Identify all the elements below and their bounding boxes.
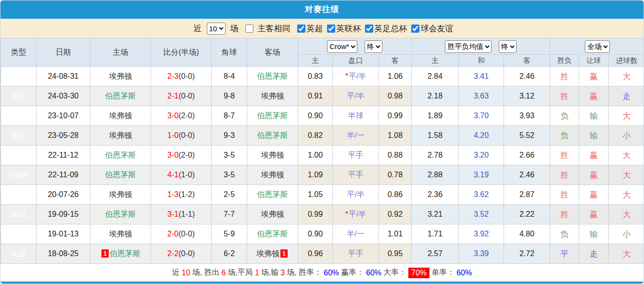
corners: 3-5 — [212, 165, 247, 185]
result-goals: 大 — [609, 205, 644, 224]
sub-header-avg-home: 主 — [412, 55, 459, 67]
home-team: 埃弗顿 — [90, 106, 151, 126]
halftime-score: (0-0) — [178, 92, 195, 100]
away-team-name: 埃弗顿 — [261, 151, 284, 159]
table-row: 英联杯 22-11-09 伯恩茅斯 4-1(1-0) 3-5 埃弗顿 1.09 … — [1, 165, 644, 185]
avg-away: 2.66 — [504, 146, 550, 165]
result-handicap: 走 — [579, 244, 609, 264]
avg-home: 1.71 — [412, 224, 459, 244]
avg-draw: 3.92 — [459, 224, 504, 244]
home-team-name: 埃弗顿 — [109, 72, 132, 80]
league-badge: 英超 — [1, 67, 37, 86]
same-venue-label: 主客相同 — [258, 23, 290, 34]
league-checkbox-efl-cup[interactable] — [327, 25, 335, 33]
score: 3-1(1-1) — [151, 205, 212, 224]
home-team-name: 埃弗顿 — [109, 111, 132, 120]
page-title: 对赛往绩 — [0, 0, 644, 19]
league-checkbox-fa-cup[interactable] — [365, 25, 373, 33]
result-goals: 走 — [609, 86, 644, 106]
away-team-name: 伯恩茅斯 — [257, 190, 288, 198]
odds-home: 0.90 — [298, 106, 333, 126]
handicap-line: 平/半 — [333, 185, 379, 205]
result-goals: 大 — [609, 185, 644, 205]
match-date: 20-07-26 — [37, 185, 90, 205]
avg-away: 4.80 — [504, 224, 550, 244]
sub-header-avg-draw: 和 — [459, 55, 504, 67]
col-header-away: 客场 — [247, 38, 298, 67]
away-team-name: 伯恩茅斯 — [257, 230, 288, 238]
halftime-score: (0-0) — [178, 230, 195, 238]
league-checkbox-premier[interactable] — [297, 25, 305, 33]
handicap-line: 平手 — [333, 165, 379, 185]
odds-away: 0.98 — [379, 86, 412, 106]
summary-text: 场,平局 — [227, 268, 253, 278]
odds-home: 0.91 — [298, 86, 333, 106]
handicap-line: 半球 — [333, 106, 379, 126]
summary-big-rate: 70% — [408, 268, 429, 278]
avg-home: 1.58 — [412, 126, 459, 146]
summary-text: 场,输 — [261, 268, 278, 278]
result-goals: 大 — [609, 165, 644, 185]
home-team: 伯恩茅斯 — [90, 165, 151, 185]
bottom-accent-bar — [0, 282, 644, 284]
halftime-score: (0-0) — [178, 72, 195, 80]
avg-home: 2.36 — [412, 185, 459, 205]
result-handicap: 输 — [579, 126, 609, 146]
avg-away: 2.46 — [504, 67, 550, 86]
summary-losses-count: 3 — [280, 269, 285, 277]
recent-label: 近 — [194, 23, 202, 34]
result-goals: 大 — [609, 146, 644, 165]
same-venue-checkbox[interactable] — [245, 25, 253, 33]
avg-draw: 3.62 — [459, 185, 504, 205]
result-goals: 大 — [609, 244, 644, 264]
fulltime-score: 3-0 — [167, 151, 178, 159]
result-wdl: 胜 — [550, 146, 579, 165]
odds-away: 1.06 — [379, 67, 412, 86]
away-team: 埃弗顿 — [247, 205, 298, 224]
result-handicap: 赢 — [579, 86, 609, 106]
scope-select[interactable]: 全场 — [585, 40, 610, 53]
col-header-corner: 角球 — [212, 38, 247, 67]
result-wdl: 胜 — [550, 67, 579, 86]
avg-home: 2.57 — [412, 244, 459, 264]
fulltime-score: 2-0 — [167, 230, 178, 238]
summary-text: 场, 胜率： — [287, 268, 322, 278]
fulltime-score: 2-2 — [167, 249, 178, 258]
home-team-name: 埃弗顿 — [109, 230, 132, 238]
red-card-badge: 1 — [101, 249, 109, 258]
league-checkbox-friendly[interactable] — [411, 25, 419, 33]
odds-away: 0.78 — [379, 165, 412, 185]
avg-draw: 3.20 — [459, 146, 504, 165]
summary-handicap-rate: 60% — [366, 269, 381, 277]
home-team: 伯恩茅斯 — [90, 86, 151, 106]
avg-away: 5.52 — [504, 126, 550, 146]
result-handicap: 赢 — [579, 67, 609, 86]
col-header-score: 比分(半场) — [151, 38, 212, 67]
league-label-efl-cup: 英联杯 — [337, 23, 361, 34]
result-handicap: 输 — [579, 224, 609, 244]
table-row: 英超 23-10-07 埃弗顿 3-0(2-0) 8-7 伯恩茅斯 0.90 半… — [1, 106, 644, 126]
avg-stage-select[interactable]: 终 — [499, 40, 517, 53]
corners: 9-8 — [212, 86, 247, 106]
halftime-score: (1-2) — [178, 190, 195, 198]
sub-header-handicap-result: 让球 — [579, 55, 609, 67]
odds-group-header: Crow* 终 — [298, 38, 412, 55]
table-row: 英超 24-03-30 伯恩茅斯 2-1(0-0) 9-8 埃弗顿 0.91 平… — [1, 86, 644, 106]
h2h-history-widget: 对赛往绩 近 10 场 主客相同 英超 英联杯 英足总杯 球会友谊 类型 日期 … — [0, 0, 644, 284]
league-label-fa-cup: 英足总杯 — [375, 23, 407, 34]
recent-count-select[interactable]: 10 — [207, 23, 226, 35]
odds-company-select[interactable]: Crow* — [327, 40, 357, 53]
match-date: 22-11-12 — [37, 146, 90, 165]
summary-text: 赢率： — [341, 268, 364, 278]
avg-type-select[interactable]: 胜平负均值 — [445, 40, 492, 53]
table-row: 英超 20-07-26 埃弗顿 1-3(1-2) 2-5 伯恩茅斯 1.05 平… — [1, 185, 644, 205]
corners: 7-7 — [212, 205, 247, 224]
avg-home: 3.21 — [412, 205, 459, 224]
avg-draw: 3.63 — [459, 86, 504, 106]
home-team-name: 伯恩茅斯 — [105, 171, 136, 179]
score: 2-0(0-0) — [151, 224, 212, 244]
fulltime-score: 3-0 — [167, 111, 178, 120]
odds-stage-select[interactable]: 终 — [365, 40, 382, 53]
avg-home: 2.78 — [412, 146, 459, 165]
league-badge: 英超 — [1, 126, 37, 146]
